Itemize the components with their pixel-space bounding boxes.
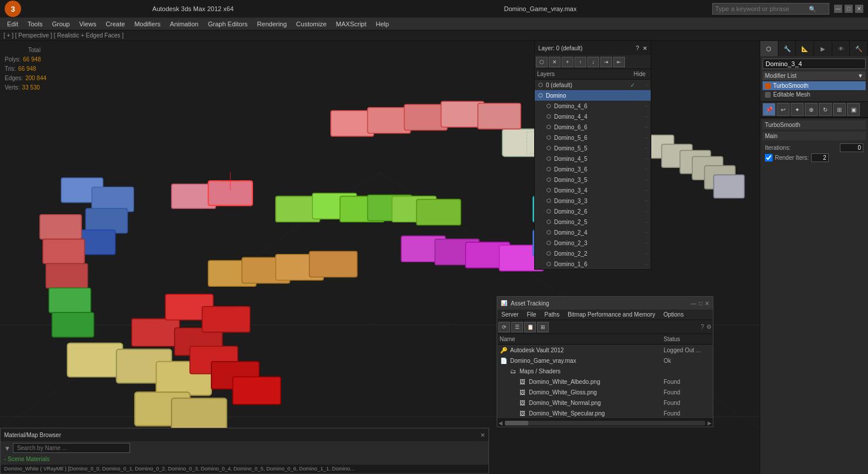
- layer-item-0[interactable]: ⬡ 0 (default) ✓ ···: [535, 80, 651, 90]
- tool-rotate[interactable]: ↻: [819, 103, 832, 116]
- modifier-list-label[interactable]: Modifier List ▼: [763, 71, 866, 80]
- tool-pin[interactable]: 📌: [763, 103, 775, 116]
- menu-views[interactable]: Views: [74, 18, 101, 30]
- asset-menu-bitmap[interactable]: Bitmap Performance and Memory: [566, 311, 657, 318]
- layer-item-2[interactable]: ⬡ Domino_4_6 ···: [535, 101, 651, 111]
- layers-tool-1[interactable]: ⬡: [536, 57, 548, 67]
- asset-scroll-left[interactable]: ◀: [498, 420, 503, 426]
- asset-item-1[interactable]: 📄 Domino_Game_vray.max Ok: [497, 355, 713, 366]
- asset-scroll-thumb[interactable]: [505, 421, 528, 425]
- asset-icon-5: 🖼: [518, 399, 527, 407]
- modifier-turbosmooth[interactable]: TurboSmooth: [763, 81, 866, 90]
- layer-item-12[interactable]: ⬡ Domino_2_6 ···: [535, 206, 651, 217]
- menu-customize[interactable]: Customize: [292, 18, 332, 30]
- asset-help-icon[interactable]: ?: [700, 324, 704, 330]
- menu-edit[interactable]: Edit: [2, 18, 23, 30]
- minimize-button[interactable]: —: [834, 5, 842, 13]
- svg-rect-23: [478, 103, 521, 129]
- layers-tool-3[interactable]: +: [562, 57, 573, 67]
- mat-browser-close[interactable]: ✕: [480, 432, 485, 438]
- tool-select[interactable]: ↩: [777, 103, 790, 116]
- menu-create[interactable]: Create: [101, 18, 129, 30]
- asset-item-4[interactable]: 🖼 Domino_White_Gloss.png Found: [497, 387, 713, 397]
- layer-icon-1: ⬡: [537, 92, 544, 99]
- layer-item-3[interactable]: ⬡ Domino_4_4 ···: [535, 111, 651, 122]
- mat-browser-search[interactable]: ▼: [1, 441, 488, 455]
- asset-tool-2[interactable]: ☰: [511, 322, 523, 332]
- menu-tools[interactable]: Tools: [23, 18, 47, 30]
- menu-modifiers[interactable]: Modifiers: [129, 18, 165, 30]
- asset-item-2[interactable]: 🗂 Maps / Shaders: [497, 366, 713, 376]
- asset-scroll-right[interactable]: ▶: [708, 420, 712, 426]
- layer-item-9[interactable]: ⬡ Domino_3_5 ···: [535, 174, 651, 185]
- tab-create[interactable]: ⬡: [760, 41, 778, 56]
- asset-item-0[interactable]: 🔑 Autodesk Vault 2012 Logged Out ...: [497, 345, 713, 355]
- asset-menu-paths[interactable]: Paths: [543, 311, 562, 318]
- tab-display[interactable]: 👁: [832, 41, 850, 56]
- maximize-button[interactable]: □: [845, 5, 853, 13]
- asset-maximize-icon[interactable]: □: [699, 300, 702, 307]
- asset-tool-4[interactable]: ⊞: [537, 322, 549, 332]
- asset-item-6[interactable]: 🖼 Domino_White_Specular.png Found: [497, 408, 713, 418]
- viewport[interactable]: Total Polys: 66 948 Tris: 66 948 Edges: …: [0, 41, 760, 474]
- layer-item-15[interactable]: ⬡ Domino_2_3 ···: [535, 238, 651, 248]
- close-button[interactable]: ✕: [855, 5, 863, 13]
- layer-item-5[interactable]: ⬡ Domino_5_6 ···: [535, 132, 651, 143]
- menu-help[interactable]: Help: [371, 18, 394, 30]
- asset-close-icon[interactable]: ✕: [705, 300, 709, 307]
- tool-6[interactable]: ▣: [847, 103, 860, 116]
- search-box[interactable]: 🔍: [712, 3, 829, 15]
- layer-item-13[interactable]: ⬡ Domino_2_5 ···: [535, 217, 651, 227]
- asset-menu-file[interactable]: File: [525, 311, 538, 318]
- asset-minimize-icon[interactable]: —: [691, 300, 696, 307]
- layer-item-10[interactable]: ⬡ Domino_3_4 ···: [535, 185, 651, 195]
- asset-tool-refresh[interactable]: ⟳: [498, 322, 510, 332]
- layers-list[interactable]: ⬡ 0 (default) ✓ ··· ⬡ Domino ··· ⬡ Domin…: [535, 80, 651, 269]
- layers-close[interactable]: ✕: [643, 45, 647, 51]
- render-iters-checkbox[interactable]: [765, 154, 773, 162]
- asset-menu-server[interactable]: Server: [500, 311, 520, 318]
- layer-item-8[interactable]: ⬡ Domino_3_6 ···: [535, 164, 651, 174]
- tool-scale[interactable]: ⊕: [805, 103, 818, 116]
- iterations-input[interactable]: [840, 143, 863, 152]
- layers-tool-4[interactable]: ↑: [575, 57, 586, 67]
- asset-tool-3[interactable]: 📋: [524, 322, 536, 332]
- layer-item-16[interactable]: ⬡ Domino_2_2 ···: [535, 248, 651, 259]
- layer-item-11[interactable]: ⬡ Domino_3_3 ···: [535, 195, 651, 206]
- layers-tool-2[interactable]: ✕: [549, 57, 561, 67]
- asset-list[interactable]: 🔑 Autodesk Vault 2012 Logged Out ... 📄 D…: [497, 345, 713, 418]
- layer-item-6[interactable]: ⬡ Domino_5_5 ···: [535, 143, 651, 153]
- tool-5[interactable]: ⊞: [833, 103, 846, 116]
- tab-modify[interactable]: 🔧: [778, 41, 797, 56]
- asset-item-5[interactable]: 🖼 Domino_White_Normal.png Found: [497, 397, 713, 408]
- asset-item-3[interactable]: 🖼 Domino_White_Albedo.png Found: [497, 376, 713, 387]
- menu-maxscript[interactable]: MAXScript: [332, 18, 371, 30]
- object-name-input[interactable]: [763, 59, 866, 69]
- layer-item-4[interactable]: ⬡ Domino_6_6 ···: [535, 122, 651, 132]
- mat-search-expand-icon[interactable]: ▼: [4, 445, 11, 452]
- tab-motion[interactable]: ▶: [814, 41, 832, 56]
- menu-graph-editors[interactable]: Graph Editors: [203, 18, 252, 30]
- menu-group[interactable]: Group: [47, 18, 75, 30]
- layers-question[interactable]: ?: [635, 45, 639, 51]
- modifier-editable-mesh[interactable]: Editable Mesh: [763, 90, 866, 99]
- tab-hierarchy[interactable]: 📐: [796, 41, 814, 56]
- mat-browser-search-input[interactable]: [13, 443, 130, 453]
- layer-item-17[interactable]: ⬡ Domino_1_6 ···: [535, 259, 651, 269]
- layer-item-14[interactable]: ⬡ Domino_2_4 ···: [535, 227, 651, 238]
- asset-menu-options[interactable]: Options: [662, 311, 685, 318]
- asset-settings-icon[interactable]: ⚙: [706, 324, 712, 330]
- menu-rendering[interactable]: Rendering: [252, 18, 292, 30]
- tab-utilities[interactable]: 🔨: [850, 41, 868, 56]
- menu-animation[interactable]: Animation: [165, 18, 203, 30]
- layer-item-1[interactable]: ⬡ Domino ···: [535, 90, 651, 101]
- layers-tool-7[interactable]: ⇤: [613, 57, 625, 67]
- tool-move[interactable]: ✦: [791, 103, 804, 116]
- asset-scroll-track[interactable]: [505, 421, 705, 425]
- asset-scrollbar[interactable]: ◀ ▶: [497, 418, 713, 427]
- layer-item-7[interactable]: ⬡ Domino_4_5 ···: [535, 153, 651, 164]
- render-iters-input[interactable]: [811, 153, 829, 162]
- layers-tool-5[interactable]: ↓: [587, 57, 599, 67]
- search-input[interactable]: [715, 5, 809, 12]
- layers-tool-6[interactable]: ⇥: [600, 57, 612, 67]
